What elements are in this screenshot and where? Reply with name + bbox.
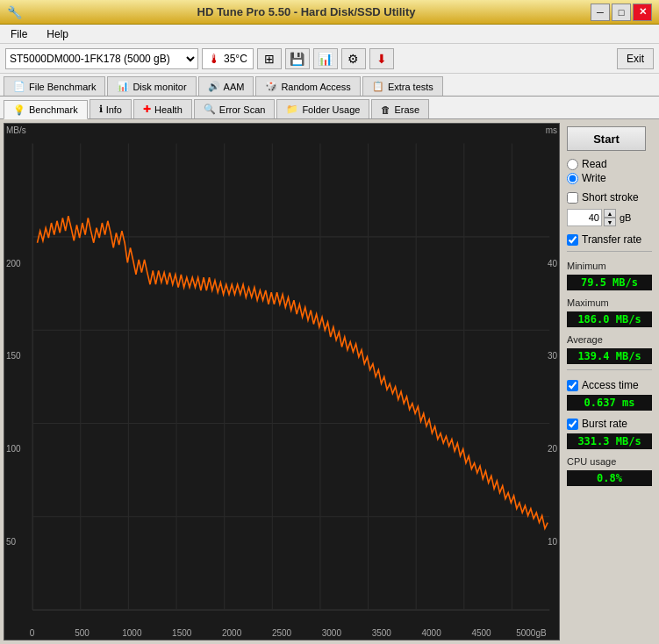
x-label-3000: 3000 [322, 628, 341, 638]
exit-button[interactable]: Exit [617, 48, 654, 69]
x-label-1500: 1500 [172, 628, 191, 638]
toolbar-icon-4[interactable]: ⚙ [341, 48, 366, 69]
window-title: HD Tune Pro 5.50 - Hard Disk/SSD Utility [22, 5, 591, 18]
tabs-row1: 📄 File Benchmark 📊 Disk monitor 🔊 AAM 🎲 … [0, 74, 659, 97]
window-controls[interactable]: ─ □ ✕ [591, 4, 652, 21]
short-stroke-row[interactable]: Short stroke [567, 191, 652, 204]
benchmark-icon: 💡 [13, 104, 25, 116]
burst-rate-value: 331.3 MB/s [567, 433, 652, 449]
tabs-row2: 💡 Benchmark ℹ Info ✚ Health 🔍 Error Scan… [0, 97, 659, 119]
y-axis-right-label: ms [546, 125, 557, 135]
maximum-label: Maximum [567, 297, 652, 308]
aam-icon: 🔊 [208, 81, 220, 92]
transfer-mode-group: Read Write [567, 158, 652, 184]
chart-container: MB/s ms 50 100 150 200 10 20 30 40 0 500… [4, 123, 560, 640]
access-time-row[interactable]: Access time [567, 379, 652, 391]
tab-erase[interactable]: 🗑 Erase [371, 99, 429, 118]
x-label-1000: 1000 [122, 628, 141, 638]
burst-rate-row[interactable]: Burst rate [567, 418, 652, 430]
read-radio-row[interactable]: Read [567, 158, 652, 170]
x-label-500: 500 [75, 628, 90, 638]
tab-aam[interactable]: 🔊 AAM [198, 76, 254, 96]
cpu-usage-label: CPU usage [567, 456, 652, 467]
toolbar-icon-5[interactable]: ⬇ [369, 48, 394, 69]
y-label-50: 50 [6, 537, 16, 547]
error-scan-icon: 🔍 [204, 104, 216, 115]
short-stroke-input[interactable] [567, 209, 602, 226]
minimum-label: Minimum [567, 261, 652, 271]
temperature-display: 🌡 35°C [202, 48, 254, 69]
benchmark-chart [4, 124, 559, 640]
short-stroke-value-row: ▲ ▼ gB [567, 209, 652, 226]
toolbar-icon-2[interactable]: 💾 [285, 48, 310, 69]
y-label-ms-40: 40 [548, 259, 557, 268]
x-label-4500: 4500 [471, 628, 491, 638]
short-stroke-label: Short stroke [582, 191, 639, 204]
temperature-icon: 🌡 [208, 52, 220, 66]
access-time-checkbox[interactable] [567, 380, 578, 391]
short-stroke-unit: gB [620, 212, 631, 223]
health-icon: ✚ [143, 104, 151, 115]
toolbar-icon-1[interactable]: ⊞ [257, 48, 282, 69]
y-axis-left-label: MB/s [6, 125, 26, 135]
random-access-icon: 🎲 [265, 81, 277, 92]
temperature-value: 35°C [224, 53, 247, 65]
minimize-button[interactable]: ─ [591, 4, 610, 21]
maximize-button[interactable]: □ [612, 4, 631, 21]
write-label: Write [582, 172, 606, 184]
tab-file-benchmark[interactable]: 📄 File Benchmark [4, 76, 105, 96]
read-radio[interactable] [567, 159, 578, 170]
average-label: Average [567, 334, 652, 345]
y-label-100: 100 [6, 444, 21, 454]
extra-tests-icon: 📋 [372, 81, 384, 92]
x-label-0: 0 [30, 628, 35, 638]
access-time-label: Access time [582, 379, 639, 391]
transfer-rate-row[interactable]: Transfer rate [567, 233, 652, 246]
cpu-usage-value: 0.8% [567, 470, 652, 486]
tab-extra-tests[interactable]: 📋 Extra tests [362, 76, 443, 96]
info-icon: ℹ [99, 104, 103, 115]
tab-error-scan[interactable]: 🔍 Error Scan [194, 99, 276, 118]
drive-select[interactable]: ST5000DM000-1FK178 (5000 gB) [5, 48, 198, 69]
x-label-5000: 5000gB [516, 628, 546, 638]
start-button[interactable]: Start [567, 126, 646, 151]
menu-bar: File Help [0, 25, 659, 44]
menu-help[interactable]: Help [41, 26, 74, 42]
tab-info[interactable]: ℹ Info [90, 99, 132, 118]
short-stroke-checkbox[interactable] [567, 192, 578, 204]
average-value: 139.4 MB/s [567, 348, 652, 364]
y-label-ms-20: 20 [548, 444, 557, 454]
title-bar: 🔧 HD Tune Pro 5.50 - Hard Disk/SSD Utili… [0, 0, 659, 25]
write-radio[interactable] [567, 173, 578, 184]
menu-file[interactable]: File [5, 26, 32, 42]
burst-rate-label: Burst rate [582, 418, 627, 430]
file-benchmark-icon: 📄 [13, 81, 25, 92]
main-content: MB/s ms 50 100 150 200 10 20 30 40 0 500… [0, 119, 659, 644]
tab-random-access[interactable]: 🎲 Random Access [255, 76, 360, 96]
y-label-200: 200 [6, 259, 21, 268]
spin-up-button[interactable]: ▲ [604, 209, 616, 218]
y-label-150: 150 [6, 351, 21, 361]
minimum-value: 79.5 MB/s [567, 275, 652, 290]
write-radio-row[interactable]: Write [567, 172, 652, 184]
x-label-3500: 3500 [372, 628, 391, 638]
close-button[interactable]: ✕ [633, 4, 652, 21]
toolbar-icon-3[interactable]: 📊 [313, 48, 338, 69]
access-time-value: 0.637 ms [567, 395, 652, 411]
folder-usage-icon: 📁 [286, 104, 298, 115]
transfer-rate-checkbox[interactable] [567, 234, 578, 246]
y-label-ms-30: 30 [548, 351, 557, 361]
tab-folder-usage[interactable]: 📁 Folder Usage [276, 99, 369, 118]
right-panel: Start Read Write Short stroke ▲ ▼ gB [563, 123, 655, 640]
spin-down-button[interactable]: ▼ [604, 218, 616, 226]
burst-rate-checkbox[interactable] [567, 419, 578, 430]
tab-benchmark[interactable]: 💡 Benchmark [4, 100, 88, 119]
spin-buttons[interactable]: ▲ ▼ [604, 209, 616, 226]
disk-monitor-icon: 📊 [117, 81, 129, 92]
toolbar: ST5000DM000-1FK178 (5000 gB) 🌡 35°C ⊞ 💾 … [0, 44, 659, 74]
app-icon: 🔧 [7, 5, 22, 19]
transfer-rate-label: Transfer rate [582, 233, 641, 246]
tab-health[interactable]: ✚ Health [133, 99, 192, 118]
y-label-ms-10: 10 [548, 537, 557, 547]
tab-disk-monitor[interactable]: 📊 Disk monitor [107, 76, 196, 96]
